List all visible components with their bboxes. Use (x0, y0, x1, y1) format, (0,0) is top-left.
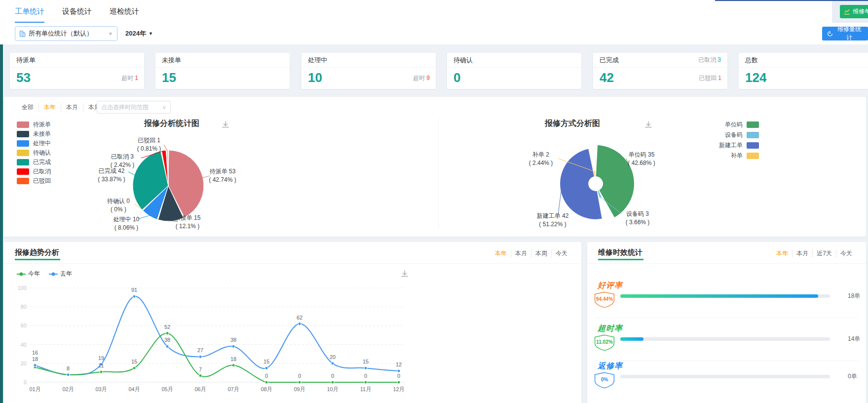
data-label: 27 (197, 347, 203, 353)
row-divider (595, 318, 858, 318)
stat-card: 总数124 (739, 53, 868, 89)
unit-select[interactable]: 所有单位统计（默认） ▼ (15, 26, 117, 41)
data-point (166, 332, 169, 335)
pie-label: 已完成 42 (99, 167, 125, 174)
y-tick-label: 0 (24, 379, 27, 385)
pie-label: 未接单 15 (175, 214, 201, 221)
stat-card-value: 0 (453, 70, 460, 85)
sla-count: 14单 (848, 335, 860, 343)
header-divider (587, 263, 866, 264)
trend-line-this-year (35, 333, 399, 382)
data-point (232, 364, 235, 367)
annual-report-button[interactable]: 维修年报 (840, 5, 868, 18)
shield-badge-icon: 0% (593, 371, 616, 390)
shield-badge-icon: 11.02% (593, 333, 616, 352)
data-point (100, 370, 103, 373)
pie-label-line (138, 215, 150, 219)
filter-option[interactable]: 本年 (491, 249, 511, 258)
filter-option[interactable]: 近7天 (812, 249, 836, 258)
x-tick-label: 02月 (62, 386, 74, 392)
stat-card-value-note: 超时9 (413, 74, 430, 82)
pie-label: 设备码 3 (626, 210, 649, 217)
sla-metric-label: 好评率 (598, 281, 623, 291)
window-top-edge (715, 0, 868, 1)
data-label: 38 (164, 337, 170, 343)
stat-card-body: 53超时1 (10, 68, 144, 89)
data-label: 0 (331, 373, 334, 379)
stat-card: 待确认0 (447, 53, 581, 89)
y-tick-label: 80 (21, 304, 27, 310)
sla-progress-fill (620, 294, 818, 298)
stat-card-value: 10 (308, 70, 322, 85)
filter-option[interactable]: 本月 (61, 103, 83, 112)
filter-option[interactable]: 本月 (792, 249, 812, 258)
caret-down-icon: ▼ (108, 31, 113, 37)
filter-option[interactable]: 今天 (836, 249, 856, 258)
y-tick-label: 100 (18, 285, 27, 291)
stat-card-header: 处理中 (302, 53, 436, 68)
year-select[interactable]: 2024年 ▼ (125, 26, 153, 41)
filter-option[interactable]: 本月 (511, 249, 531, 258)
pie-clock-icon (827, 31, 833, 37)
pie-label-pct: ( 2.42% ) (111, 161, 135, 168)
top-tab[interactable]: 巡检统计 (110, 0, 139, 23)
legend-marker-icon (49, 272, 58, 277)
pie-label: 已取消 3 (111, 153, 134, 160)
filter-option[interactable]: 全部 (17, 103, 38, 112)
building-icon (19, 30, 26, 37)
sla-panel: 维修时效统计 本年本月近7天今天 好评率94.44%18单超时率11.02%14… (587, 242, 866, 403)
pie-label-line (164, 145, 167, 151)
stat-card-body: 10超时9 (302, 68, 436, 89)
y-tick-label: 40 (21, 342, 27, 348)
trend-legend-item[interactable]: 今年 (17, 270, 40, 278)
data-label: 15 (264, 359, 269, 364)
top-tab[interactable]: 设备统计 (62, 0, 92, 23)
x-tick-label: 03月 (95, 386, 107, 392)
filter-option[interactable]: 今天 (551, 249, 571, 258)
filter-option[interactable]: 本周 (531, 249, 551, 258)
repair-method-pie-chart: 单位码 35( 42.68% )设备码 3( 3.66% )新建工单 42( 5… (438, 117, 866, 237)
time-range-select[interactable]: 点击选择时间范围 ∨ (97, 101, 171, 114)
filter-option[interactable]: 本年 (38, 103, 61, 112)
data-label: 38 (230, 337, 236, 343)
pie-label-pct: ( 0.81% ) (137, 145, 161, 152)
data-label: 91 (131, 287, 137, 293)
trend-legend: 今年去年 (17, 270, 72, 278)
pie-label: 待派单 53 (210, 168, 236, 175)
unit-select-value: 所有单位统计（默认） (29, 29, 93, 38)
pie-label-pct: ( 8.06% ) (114, 224, 139, 231)
annual-report-label: 维修年报 (853, 7, 868, 16)
pie-label-pct: ( 42.74% ) (209, 176, 236, 183)
pie-slice[interactable] (594, 171, 595, 176)
pie-label: 新建工单 42 (537, 212, 569, 219)
stat-card-label: 待派单 (16, 53, 36, 67)
svg-text:94.44%: 94.44% (596, 296, 613, 302)
repair-volume-label: 维修量统计 (835, 25, 863, 42)
trend-line-last-year (35, 296, 399, 375)
data-label: 18 (32, 356, 38, 362)
stat-card-header: 已完成已取消3 (593, 53, 727, 68)
repair-analysis-pie-chart: 待派单 53( 42.74% )未接单 15( 12.1% )处理中 10( 8… (4, 117, 438, 237)
data-label: 52 (164, 324, 170, 330)
data-point (133, 366, 136, 369)
top-tab[interactable]: 工单统计 (15, 0, 44, 23)
sla-metric-label: 返修率 (598, 361, 623, 371)
filter-option[interactable]: 本年 (772, 249, 792, 258)
stat-card-label: 总数 (745, 53, 758, 67)
dashboard: 工单统计设备统计巡检统计 维修年报 所有单位统计（默认） ▼ 2024年 ▼ (0, 0, 868, 403)
x-tick-label: 11月 (360, 386, 371, 392)
time-range-placeholder: 点击选择时间范围 (101, 103, 149, 112)
data-label: 19 (98, 355, 104, 361)
shield-badge-icon: 94.44% (593, 290, 616, 309)
stat-card-value: 42 (600, 70, 614, 85)
pie-label: 待确认 0 (107, 198, 130, 204)
trend-legend-item[interactable]: 去年 (49, 270, 72, 278)
sla-progress-track (620, 375, 830, 378)
data-point (199, 374, 202, 377)
data-label: 16 (32, 350, 38, 356)
repair-volume-button[interactable]: 维修量统计 (822, 27, 868, 40)
stat-card-value-note: 超时1 (121, 74, 138, 82)
legend-label: 今年 (28, 270, 40, 278)
trend-title: 报修趋势分析 (15, 248, 59, 257)
data-point (34, 364, 37, 367)
